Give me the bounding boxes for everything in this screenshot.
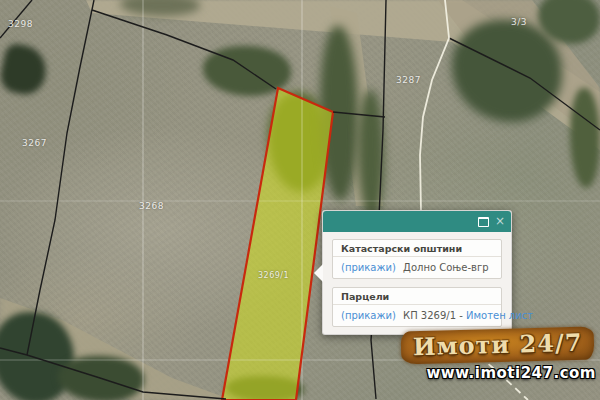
section-parcels: Парцели (прикажи) КП 3269/1 - Имотен лис… [332, 287, 502, 327]
popup-body: Катастарски општини (прикажи) Долно Соње… [323, 232, 511, 334]
close-icon[interactable]: × [495, 213, 505, 229]
property-sheet-link[interactable]: Имотен лист [466, 310, 533, 321]
watermark-url: www.imoti247.com [426, 364, 596, 382]
parcel-value: КП 3269/1 - [403, 310, 463, 321]
show-link[interactable]: (прикажи) [341, 310, 396, 321]
section-cadastral-municipalities: Катастарски општини (прикажи) Долно Соње… [332, 239, 502, 279]
popup-callout-arrow [314, 264, 323, 282]
section-title: Парцели [333, 288, 501, 305]
section-row: (прикажи) Долно Соње-вгр [333, 257, 501, 278]
maximize-icon[interactable] [478, 217, 489, 227]
parcel-label: 3298 [8, 19, 33, 29]
cadastral-satellite-map[interactable]: 3298 3267 3268 3269/1 3287 3/3 × Катаста… [0, 0, 600, 400]
section-row: (прикажи) КП 3269/1 - Имотен лист [333, 305, 501, 326]
show-link[interactable]: (прикажи) [341, 262, 396, 273]
municipality-value: Долно Соње-вгр [403, 262, 489, 273]
parcel-label: 3/3 [511, 17, 527, 27]
section-title: Катастарски општини [333, 240, 501, 257]
parcel-label-highlighted: 3269/1 [258, 271, 289, 280]
parcel-label: 3268 [139, 201, 164, 211]
parcel-info-popup: × Катастарски општини (прикажи) Долно Со… [322, 210, 512, 335]
popup-header: × [323, 211, 511, 232]
watermark-brand: Имоти 24/7 [400, 326, 594, 364]
parcel-label: 3287 [396, 75, 421, 85]
parcel-label: 3267 [22, 138, 47, 148]
